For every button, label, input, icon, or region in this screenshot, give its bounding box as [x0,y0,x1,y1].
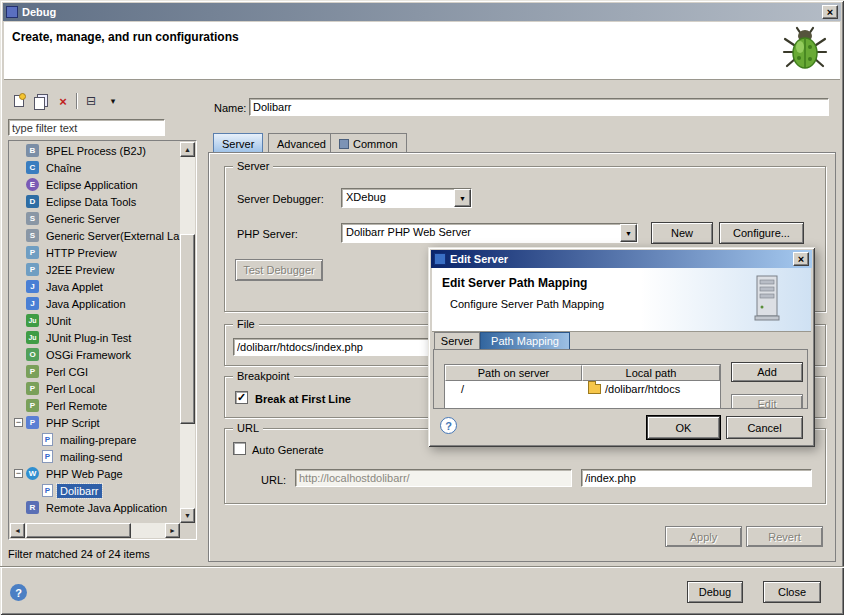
name-label: Name: [214,102,246,114]
url-file-input[interactable] [581,469,812,487]
dialog-header-banner: Edit Server Path Mapping Configure Serve… [432,268,811,332]
test-debugger-label: Test Debugger [243,264,315,276]
test-debugger-button[interactable]: Test Debugger [235,259,323,281]
tree-item-bpel-process-b2j-[interactable]: BBPEL Process (B2J) [10,142,180,159]
table-row[interactable]: / /dolibarr/htdocs [445,381,720,397]
scroll-right-icon[interactable]: ► [165,523,180,538]
data-tools-icon: D [26,195,39,208]
perl-icon: P [26,365,39,378]
scroll-up-icon[interactable]: ▲ [180,142,195,157]
ok-button[interactable]: OK [647,416,720,439]
configurations-tree-panel: BBPEL Process (B2J)CChaîneEEclipse Appli… [8,140,197,540]
edit-button-label: Edit [758,398,777,409]
tree-expander-icon[interactable]: − [14,418,23,427]
tree-item-cha-ne[interactable]: CChaîne [10,159,180,176]
chain-icon: C [26,161,39,174]
filter-input[interactable] [8,119,165,136]
tab-common-label: Common [353,138,398,150]
dialog-tab-content: Path on server Local path / /dolibarr/ht… [433,349,808,409]
cancel-button[interactable]: Cancel [726,416,803,439]
window-titlebar[interactable]: Debug × [3,3,841,21]
help-icon[interactable]: ? [10,584,27,601]
tree-item-label: Chaîne [43,161,84,175]
server-debugger-value: XDebug [342,189,454,207]
table-header: Path on server Local path [445,365,720,381]
common-tab-icon [339,139,349,149]
tab-advanced[interactable]: Advanced [268,133,335,153]
break-at-first-line-checkbox[interactable]: ✓ [235,391,248,404]
tree-item-java-applet[interactable]: JJava Applet [10,278,180,295]
tree-item-generic-server-external-la[interactable]: SGeneric Server(External La [10,227,180,244]
dialog-tab-server[interactable]: Server [434,332,480,349]
horizontal-scroll-thumb[interactable] [26,523,131,538]
tree-vertical-scrollbar[interactable]: ▲ ▼ [180,142,195,523]
tree-item-label: Dolibarr [57,484,102,498]
scroll-down-icon[interactable]: ▼ [180,508,195,523]
chevron-down-icon[interactable]: ▼ [620,224,637,242]
tab-common[interactable]: Common [330,133,407,153]
tree-item-perl-local[interactable]: PPerl Local [10,380,180,397]
url-base-input[interactable] [295,469,572,487]
php-server-label: PHP Server: [237,228,298,240]
tree-item-mailing-prepare[interactable]: Pmailing-prepare [10,431,180,448]
add-mapping-button[interactable]: Add [731,362,803,382]
dialog-help-icon[interactable]: ? [440,417,457,434]
tree-item-eclipse-data-tools[interactable]: DEclipse Data Tools [10,193,180,210]
filter-menu-button[interactable]: ▾ [102,91,124,111]
tree-item-perl-cgi[interactable]: PPerl CGI [10,363,180,380]
column-path-on-server[interactable]: Path on server [445,365,582,381]
server-debugger-combo[interactable]: XDebug ▼ [341,188,472,208]
debug-button[interactable]: Debug [687,581,743,603]
filter-status-text: Filter matched 24 of 24 items [8,548,150,560]
edit-mapping-button[interactable]: Edit [731,394,803,409]
tree-item-osgi-framework[interactable]: OOSGi Framework [10,346,180,363]
close-window-button[interactable]: × [822,5,838,19]
server-icon [753,274,783,324]
scrollbar-corner [180,523,195,538]
delete-launch-configuration-button[interactable]: × [52,91,74,111]
dialog-titlebar[interactable]: Edit Server × [431,250,812,268]
revert-button[interactable]: Revert [746,526,823,547]
tree-item-dolibarr[interactable]: PDolibarr [10,482,180,499]
tree-item-java-application[interactable]: JJava Application [10,295,180,312]
scroll-left-icon[interactable]: ◄ [10,523,25,538]
configuration-name-input[interactable] [249,98,829,116]
column-local-path[interactable]: Local path [582,365,720,381]
tree-expander-icon[interactable]: − [14,469,23,478]
duplicate-launch-configuration-button[interactable] [30,91,52,111]
dialog-subheading: Configure Server Path Mapping [450,298,604,310]
collapse-all-icon: ⊟ [86,94,96,108]
tree-item-php-web-page[interactable]: −WPHP Web Page [10,465,180,482]
tree-item-j2ee-preview[interactable]: PJ2EE Preview [10,261,180,278]
chevron-down-icon[interactable]: ▼ [454,189,471,207]
tree-item-eclipse-application[interactable]: EEclipse Application [10,176,180,193]
tree-item-label: JUnit Plug-in Test [43,331,134,345]
window-icon [6,6,18,18]
tree-item-perl-remote[interactable]: PPerl Remote [10,397,180,414]
tree-item-mailing-send[interactable]: Pmailing-send [10,448,180,465]
close-dialog-button[interactable]: × [793,252,809,266]
vertical-scroll-thumb[interactable] [180,234,195,424]
tree-item-remote-java-application[interactable]: RRemote Java Application [10,499,180,516]
php-server-combo[interactable]: Dolibarr PHP Web Server ▼ [341,223,638,243]
close-button[interactable]: Close [763,581,821,603]
server-icon: S [26,229,39,242]
collapse-all-button[interactable]: ⊟ [80,91,102,111]
tree-item-http-preview[interactable]: PHTTP Preview [10,244,180,261]
apply-button[interactable]: Apply [665,526,742,547]
tree-item-label: Java Application [43,297,129,311]
auto-generate-checkbox[interactable] [233,442,246,455]
tree-horizontal-scrollbar[interactable]: ◄ ► [10,523,180,538]
tree-item-label: JUnit [43,314,74,328]
tree-item-php-script[interactable]: −PPHP Script [10,414,180,431]
tree-item-junit-plug-in-test[interactable]: JuJUnit Plug-in Test [10,329,180,346]
tree-item-junit[interactable]: JuJUnit [10,312,180,329]
junit-plugin-icon: Ju [26,331,39,344]
tab-server[interactable]: Server [213,133,263,153]
tree-item-generic-server[interactable]: SGeneric Server [10,210,180,227]
new-launch-configuration-button[interactable] [8,91,30,111]
window-title: Debug [22,6,818,18]
new-server-button[interactable]: New [651,222,713,244]
configure-server-button[interactable]: Configure... [719,222,804,244]
dialog-tab-path-mapping[interactable]: Path Mapping [480,332,570,349]
